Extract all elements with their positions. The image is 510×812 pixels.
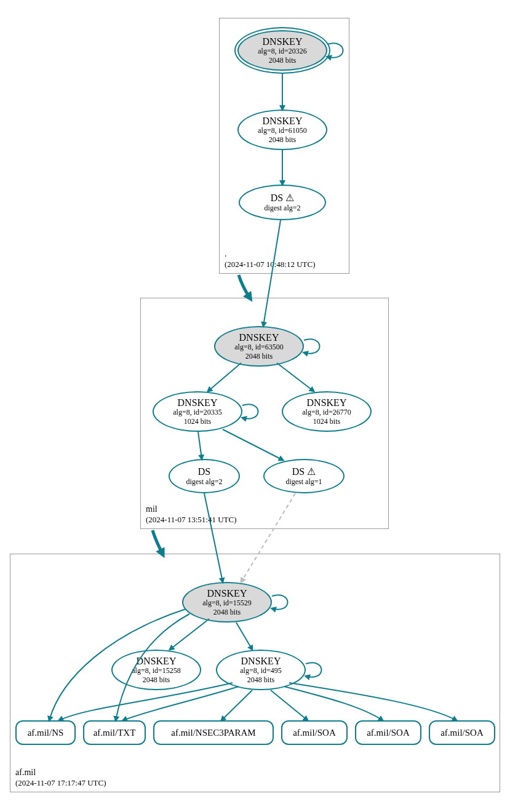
node-bits: 2048 bits	[269, 135, 296, 144]
node-alg: alg=8, id=26770	[302, 408, 351, 416]
node-alg: alg=8, id=20335	[173, 408, 222, 416]
svg-line-6	[223, 429, 283, 460]
node-alg: alg=8, id=61050	[258, 126, 307, 135]
node-bits: 2048 bits	[247, 675, 274, 684]
rrset-af-txt[interactable]: af.mil/TXT	[83, 720, 146, 745]
node-digest: digest alg=1	[285, 477, 322, 486]
svg-line-9	[170, 619, 209, 650]
node-title: DNSKEY	[263, 116, 303, 127]
node-title: DNSKEY	[137, 656, 177, 667]
node-title: DNSKEY	[239, 332, 279, 343]
rrset-af-soa[interactable]: af.mil/SOA	[355, 720, 421, 745]
zone-name: af.mil	[15, 767, 106, 778]
node-title: DS ⚠	[292, 466, 316, 477]
node-digest: digest alg=2	[186, 477, 222, 486]
node-title: DNSKEY	[207, 588, 247, 599]
svg-line-3	[208, 363, 241, 391]
ds-mil-alg1[interactable]: DS ⚠ digest alg=1	[263, 459, 345, 493]
zone-label-mil: mil (2024-11-07 13:51:41 UTC)	[146, 504, 237, 525]
rrset-af-ns[interactable]: af.mil/NS	[15, 720, 76, 745]
dnskey-mil-zsk2[interactable]: DNSKEY alg=8, id=26770 1024 bits	[282, 391, 372, 432]
warning-icon: ⚠	[285, 193, 294, 203]
node-digest: digest alg=2	[264, 204, 300, 212]
ds-mil-alg2[interactable]: DS digest alg=2	[169, 459, 240, 493]
node-bits: 2048 bits	[269, 56, 296, 65]
node-title: DNSKEY	[307, 397, 347, 408]
dnskey-af-zsk2[interactable]: DNSKEY alg=8, id=15258 2048 bits	[111, 650, 201, 690]
ds-root[interactable]: DS ⚠ digest alg=2	[239, 185, 326, 220]
rrset-af-soa[interactable]: af.mil/SOA	[281, 720, 348, 745]
node-title: DNSKEY	[178, 397, 218, 408]
node-bits: 1024 bits	[184, 417, 211, 426]
zone-name: .	[225, 249, 316, 260]
zone-timestamp: (2024-11-07 10:48:12 UTC)	[225, 260, 316, 269]
node-title: DS ⚠	[271, 193, 294, 204]
node-alg: alg=8, id=63500	[234, 343, 284, 351]
node-bits: 2048 bits	[245, 352, 273, 360]
node-bits: 2048 bits	[213, 608, 241, 616]
node-alg: alg=8, id=15529	[202, 599, 252, 607]
node-title: DNSKEY	[241, 656, 281, 667]
node-bits: 1024 bits	[313, 417, 340, 426]
svg-line-12	[271, 690, 308, 720]
node-alg: alg=8, id=20326	[258, 47, 307, 55]
dnskey-af-zsk[interactable]: DNSKEY alg=8, id=495 2048 bits	[216, 650, 306, 690]
warning-icon: ⚠	[307, 466, 316, 477]
svg-line-4	[277, 363, 314, 391]
dnskey-af-ksk[interactable]: DNSKEY alg=8, id=15529 2048 bits	[182, 582, 272, 623]
svg-line-2	[263, 220, 281, 326]
svg-line-8	[241, 493, 295, 582]
svg-line-10	[236, 623, 252, 650]
dnskey-mil-ksk[interactable]: DNSKEY alg=8, id=63500 2048 bits	[214, 326, 304, 367]
dnskey-root-ksk[interactable]: DNSKEY alg=8, id=20326 2048 bits	[237, 30, 327, 71]
zone-timestamp: (2024-11-07 17:17:47 UTC)	[15, 778, 106, 788]
node-alg: alg=8, id=495	[240, 666, 282, 675]
zone-name: mil	[146, 504, 237, 515]
zone-label-af: af.mil (2024-11-07 17:17:47 UTC)	[15, 767, 106, 788]
zone-label-root: . (2024-11-07 10:48:12 UTC)	[225, 249, 316, 269]
node-alg: alg=8, id=15258	[132, 666, 181, 675]
svg-line-11	[221, 690, 252, 720]
dnskey-root-zsk[interactable]: DNSKEY alg=8, id=61050 2048 bits	[237, 109, 327, 150]
node-title: DS	[198, 466, 210, 477]
rrset-af-soa[interactable]: af.mil/SOA	[429, 720, 495, 745]
dnskey-mil-zsk[interactable]: DNSKEY alg=8, id=20335 1024 bits	[153, 391, 242, 432]
node-title: DNSKEY	[263, 36, 303, 47]
svg-line-5	[198, 432, 202, 459]
rrset-af-nsec3param[interactable]: af.mil/NSEC3PARAM	[153, 720, 274, 745]
node-bits: 2048 bits	[143, 675, 170, 684]
zone-timestamp: (2024-11-07 13:51:41 UTC)	[146, 515, 237, 525]
